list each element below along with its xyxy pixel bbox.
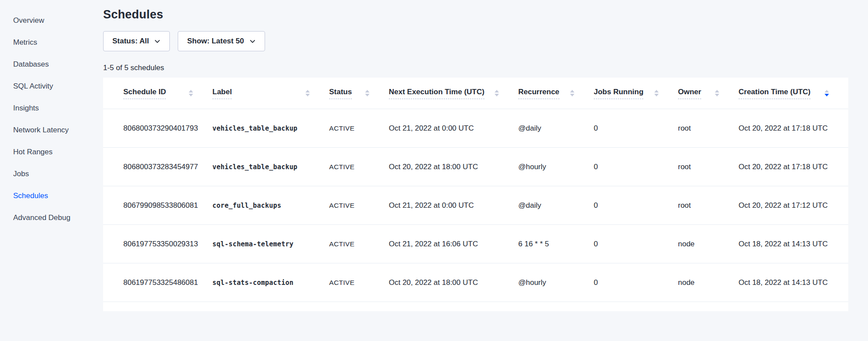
- cell-status: ACTIVE: [329, 148, 389, 186]
- column-header-next_execution[interactable]: Next Execution Time (UTC): [389, 78, 518, 109]
- cell-owner: root: [678, 148, 739, 186]
- sidebar-item-schedules[interactable]: Schedules: [0, 185, 103, 207]
- sort-desc-icon: [495, 94, 499, 96]
- table-row: 806800373290401793vehicles_table_backupA…: [103, 109, 848, 148]
- cell-next_execution: Oct 21, 2022 at 16:06 UTC: [389, 225, 518, 263]
- column-header-status[interactable]: Status: [329, 78, 389, 109]
- cell-jobs_running: 0: [594, 225, 678, 263]
- cell-jobs_running: 0: [594, 186, 678, 224]
- sort-asc-icon: [654, 90, 659, 92]
- cell-jobs_running: 0: [594, 109, 678, 147]
- filter-bar: Status: All Show: Latest 50: [103, 31, 848, 51]
- sidebar-item-hot-ranges[interactable]: Hot Ranges: [0, 141, 103, 163]
- cell-creation_time: Oct 20, 2022 at 17:12 UTC: [739, 186, 848, 224]
- table-row: 806197753350029313sql-schema-telemetryAC…: [103, 225, 848, 263]
- cell-next_execution: Oct 21, 2022 at 0:00 UTC: [389, 109, 518, 147]
- sidebar-item-insights[interactable]: Insights: [0, 97, 103, 119]
- cell-label: vehicles_table_backup: [212, 148, 329, 186]
- table-row: 806800373283454977vehicles_table_backupA…: [103, 148, 848, 186]
- sort-asc-icon: [365, 90, 369, 92]
- cell-recurrence: @hourly: [518, 148, 594, 186]
- sort-desc-icon: [365, 94, 369, 96]
- show-filter-dropdown[interactable]: Show: Latest 50: [178, 31, 265, 51]
- sort-asc-icon: [715, 90, 719, 92]
- sort-carets-icon[interactable]: [654, 90, 659, 96]
- status-filter-label: Status: All: [112, 37, 149, 46]
- results-count: 1-5 of 5 schedules: [103, 64, 848, 72]
- cell-status: ACTIVE: [329, 186, 389, 224]
- sort-desc-icon: [305, 94, 310, 96]
- sort-desc-icon: [825, 94, 829, 96]
- sort-asc-icon: [305, 90, 310, 92]
- sort-carets-icon[interactable]: [365, 90, 369, 96]
- sort-asc-icon: [495, 90, 499, 92]
- cell-creation_time: Oct 20, 2022 at 17:18 UTC: [739, 148, 848, 186]
- column-header-recurrence[interactable]: Recurrence: [518, 78, 594, 109]
- cell-owner: root: [678, 109, 739, 147]
- cell-id: 806197753350029313: [123, 225, 212, 263]
- cell-owner: node: [678, 225, 739, 263]
- cell-label: core_full_backups: [212, 186, 329, 224]
- sidebar-item-jobs[interactable]: Jobs: [0, 163, 103, 185]
- cell-jobs_running: 0: [594, 148, 678, 186]
- cell-id: 806799098533806081: [123, 186, 212, 224]
- cell-creation_time: Oct 18, 2022 at 14:13 UTC: [739, 225, 848, 263]
- cell-status: ACTIVE: [329, 109, 389, 147]
- sort-carets-icon[interactable]: [305, 90, 310, 96]
- page-title: Schedules: [103, 8, 848, 21]
- cell-id: 806800373290401793: [123, 109, 212, 147]
- cell-label: vehicles_table_backup: [212, 109, 329, 147]
- sort-asc-icon: [570, 90, 574, 92]
- sort-carets-icon[interactable]: [825, 90, 829, 96]
- main-content: Schedules Status: All Show: Latest 50 1-…: [103, 0, 868, 341]
- cell-label: sql-schema-telemetry: [212, 225, 329, 263]
- cell-next_execution: Oct 21, 2022 at 0:00 UTC: [389, 186, 518, 224]
- cell-recurrence: @hourly: [518, 263, 594, 302]
- cell-recurrence: @daily: [518, 186, 594, 224]
- cell-recurrence: 6 16 * * 5: [518, 225, 594, 263]
- sidebar-item-network-latency[interactable]: Network Latency: [0, 119, 103, 141]
- cell-creation_time: Oct 18, 2022 at 14:13 UTC: [739, 263, 848, 302]
- status-filter-dropdown[interactable]: Status: All: [103, 31, 170, 51]
- sort-carets-icon[interactable]: [189, 90, 193, 96]
- sidebar-item-overview[interactable]: Overview: [0, 10, 103, 32]
- chevron-down-icon: [154, 38, 161, 45]
- sort-carets-icon[interactable]: [495, 90, 499, 96]
- chevron-down-icon: [249, 38, 256, 45]
- sidebar-item-sql-activity[interactable]: SQL Activity: [0, 75, 103, 97]
- sidebar-item-metrics[interactable]: Metrics: [0, 32, 103, 53]
- cell-owner: root: [678, 186, 739, 224]
- sidebar-nav: OverviewMetricsDatabasesSQL ActivityInsi…: [0, 10, 103, 229]
- sort-carets-icon[interactable]: [715, 90, 719, 96]
- cell-status: ACTIVE: [329, 225, 389, 263]
- sidebar-item-advanced-debug[interactable]: Advanced Debug: [0, 207, 103, 229]
- cell-recurrence: @daily: [518, 109, 594, 147]
- sort-desc-icon: [570, 94, 574, 96]
- app-root: OverviewMetricsDatabasesSQL ActivityInsi…: [0, 0, 868, 341]
- cell-owner: node: [678, 263, 739, 302]
- show-filter-label: Show: Latest 50: [187, 37, 244, 46]
- cell-next_execution: Oct 20, 2022 at 18:00 UTC: [389, 263, 518, 302]
- cell-jobs_running: 0: [594, 263, 678, 302]
- cell-next_execution: Oct 20, 2022 at 18:00 UTC: [389, 148, 518, 186]
- sort-desc-icon: [654, 94, 659, 96]
- sort-asc-icon: [189, 90, 193, 92]
- table-header-row: Schedule ID Label Status Next Execution …: [103, 78, 848, 109]
- sidebar-item-databases[interactable]: Databases: [0, 53, 103, 75]
- column-header-id[interactable]: Schedule ID: [123, 78, 212, 109]
- column-header-owner[interactable]: Owner: [678, 78, 739, 109]
- cell-creation_time: Oct 20, 2022 at 17:18 UTC: [739, 109, 848, 147]
- sort-carets-icon[interactable]: [570, 90, 574, 96]
- cell-status: ACTIVE: [329, 263, 389, 302]
- cell-id: 806800373283454977: [123, 148, 212, 186]
- sidebar: OverviewMetricsDatabasesSQL ActivityInsi…: [0, 0, 103, 341]
- schedules-table: Schedule ID Label Status Next Execution …: [103, 78, 848, 311]
- cell-id: 806197753325486081: [123, 263, 212, 302]
- column-header-creation_time[interactable]: Creation Time (UTC): [739, 78, 848, 109]
- sort-desc-icon: [189, 94, 193, 96]
- column-header-label[interactable]: Label: [212, 78, 329, 109]
- table-row: 806799098533806081core_full_backupsACTIV…: [103, 186, 848, 225]
- cell-label: sql-stats-compaction: [212, 263, 329, 302]
- sort-desc-icon: [715, 94, 719, 96]
- column-header-jobs_running[interactable]: Jobs Running: [594, 78, 678, 109]
